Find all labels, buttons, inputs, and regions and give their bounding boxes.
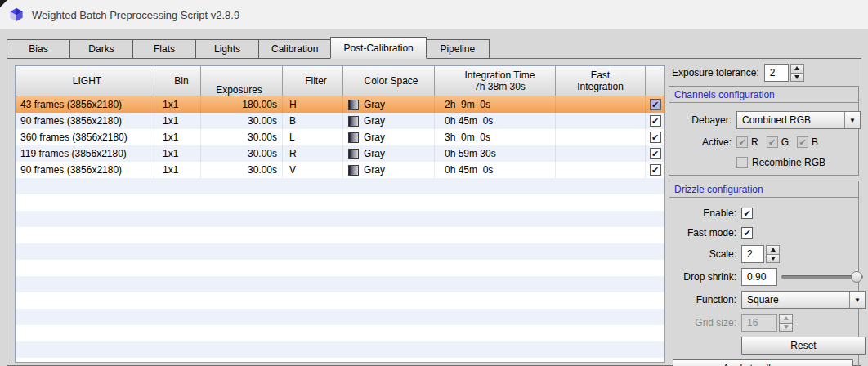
tab-flats[interactable]: Flats	[132, 39, 196, 59]
fast-cell	[556, 96, 646, 113]
table-row[interactable]: 360 frames (3856x2180)1x130.00sLGray3h 0…	[16, 129, 664, 145]
apply-to-all-groups-button[interactable]: Apply to all groups	[673, 359, 853, 366]
column-header-integration: Integration Time7h 38m 30s	[435, 66, 556, 96]
exposure-tolerance-down-button[interactable]	[790, 74, 804, 83]
fast-cell	[556, 145, 646, 162]
grid-size-down-button	[779, 324, 793, 333]
down-arrow-icon	[771, 257, 776, 261]
grid-size-input: 16	[741, 314, 777, 332]
column-header-check	[646, 66, 664, 96]
scale-input[interactable]: 2	[741, 245, 764, 263]
settings-panel: Exposure tolerance: 2 Channels configura…	[669, 63, 859, 362]
light-cell: 43 frames (3856x2180)	[16, 96, 154, 113]
recombine-rgb-label: Recombine RGB	[752, 157, 825, 168]
exposure-cell: 30.00s	[201, 162, 283, 178]
table-row[interactable]: 43 frames (3856x2180)1x1180.00sHGray2h 9…	[16, 96, 664, 113]
table-row[interactable]: 90 frames (3856x2180)1x130.00sBGray0h 45…	[16, 113, 664, 129]
up-arrow-icon	[794, 66, 799, 70]
active-channels-label: Active:	[673, 136, 732, 148]
window-corner	[0, 0, 7, 7]
column-header-exposure: Exposures	[201, 66, 283, 96]
drop-shrink-input[interactable]: 0.90	[741, 268, 777, 286]
title-bar: Weighted Batch Preprocessing Script v2.8…	[0, 0, 868, 29]
grayscale-gradient-icon	[348, 100, 359, 110]
tab-darks[interactable]: Darks	[69, 39, 133, 59]
fast-mode-label: Fast mode:	[673, 227, 736, 239]
debayer-dropdown[interactable]: Combined RGB ▼	[736, 111, 861, 129]
channels-configuration-group: Channels configuration Debayer: Combined…	[669, 86, 859, 176]
grayscale-gradient-icon	[348, 132, 359, 143]
window-title: Weighted Batch Preprocessing Script v2.8…	[32, 9, 239, 21]
column-header-color_space: Color Space	[343, 66, 435, 96]
tab-calibration[interactable]: Calibration	[258, 39, 331, 59]
drop-shrink-slider[interactable]	[781, 271, 863, 283]
group-enabled-checkbox[interactable]: ✔	[650, 164, 661, 176]
pixinsight-cube-icon	[9, 7, 24, 22]
table-body: 43 frames (3856x2180)1x1180.00sHGray2h 9…	[16, 96, 664, 178]
channel-g-checkbox: ✔	[767, 136, 778, 148]
fast-cell	[556, 129, 646, 145]
filter-cell: B	[283, 113, 343, 129]
tab-bias[interactable]: Bias	[7, 39, 70, 59]
down-arrow-icon	[794, 75, 799, 79]
drizzle-configuration-group: Drizzle configuration Enable: ✔ Fast mod…	[669, 181, 859, 366]
channel-r-label: R	[751, 136, 758, 148]
table-empty-area	[16, 178, 664, 362]
filter-cell: R	[283, 145, 343, 162]
column-header-fast: FastIntegration	[556, 66, 646, 96]
function-dropdown[interactable]: Square ▼	[741, 291, 866, 309]
fast-mode-checkbox[interactable]: ✔	[741, 227, 753, 239]
chevron-down-icon: ▼	[849, 292, 865, 308]
reset-button[interactable]: Reset	[741, 337, 866, 355]
grayscale-gradient-icon	[348, 165, 359, 176]
drizzle-configuration-title: Drizzle configuration	[669, 181, 858, 198]
exposure-tolerance-input[interactable]: 2	[764, 64, 789, 82]
drizzle-enable-checkbox[interactable]: ✔	[741, 208, 753, 219]
scale-label: Scale:	[673, 248, 736, 260]
light-cell: 90 frames (3856x2180)	[16, 113, 154, 129]
wbpp-window: Weighted Batch Preprocessing Script v2.8…	[0, 0, 868, 366]
table-row[interactable]: 90 frames (3856x2180)1x130.00sVGray0h 45…	[16, 162, 664, 178]
drop-shrink-label: Drop shrink:	[673, 271, 736, 283]
slider-thumb[interactable]	[851, 271, 862, 283]
channel-b-label: B	[812, 136, 818, 148]
group-enabled-checkbox[interactable]: ✔	[650, 132, 661, 143]
scale-down-button[interactable]	[766, 255, 780, 264]
exposure-tolerance-stepper: 2	[764, 64, 804, 82]
exposure-cell: 30.00s	[201, 129, 283, 145]
light-cell: 119 frames (3856x2180)	[16, 145, 154, 162]
column-header-filter: Filter	[283, 66, 343, 96]
light-cell: 360 frames (3856x2180)	[16, 129, 154, 145]
function-label: Function:	[673, 294, 736, 306]
table-header: LIGHTBinExposuresFilterColor SpaceIntegr…	[16, 66, 664, 96]
row-check-cell: ✔	[646, 113, 664, 129]
table-row[interactable]: 119 frames (3856x2180)1x130.00sRGray0h 5…	[16, 145, 664, 162]
grid-size-stepper: 16	[741, 314, 793, 332]
group-enabled-checkbox[interactable]: ✔	[650, 115, 661, 127]
tab-lights[interactable]: Lights	[195, 39, 259, 59]
tab-pipeline[interactable]: Pipeline	[426, 39, 490, 59]
exposure-tolerance-up-button[interactable]	[790, 64, 804, 74]
channel-b-checkbox: ✔	[797, 136, 808, 148]
integration-cell: 0h 59m 30s	[435, 145, 556, 162]
grayscale-gradient-icon	[348, 116, 359, 127]
color-space-cell: Gray	[343, 145, 435, 162]
post-calibration-tab-page: LIGHTBinExposuresFilterColor SpaceIntegr…	[7, 58, 861, 366]
grid-size-up-button	[779, 314, 793, 324]
tab-post-calibration[interactable]: Post-Calibration	[330, 37, 426, 59]
filter-cell: V	[283, 162, 343, 178]
color-space-cell: Gray	[343, 96, 435, 113]
group-enabled-checkbox[interactable]: ✔	[650, 148, 661, 159]
active-channel-checkboxes: ✔R✔G✔B	[736, 136, 853, 148]
function-selected-value: Square	[742, 292, 849, 308]
exposure-tolerance-label: Exposure tolerance:	[672, 67, 759, 78]
light-cell: 90 frames (3856x2180)	[16, 162, 154, 178]
chevron-down-icon: ▼	[844, 112, 860, 128]
color-space-cell: Gray	[343, 129, 435, 145]
column-header-bin: Bin	[154, 66, 201, 96]
scale-up-button[interactable]	[766, 245, 780, 255]
group-enabled-checkbox[interactable]: ✔	[650, 99, 661, 110]
scale-stepper: 2	[741, 245, 780, 263]
recombine-rgb-checkbox[interactable]	[736, 157, 748, 168]
exposure-tolerance-row: Exposure tolerance: 2	[669, 63, 859, 83]
